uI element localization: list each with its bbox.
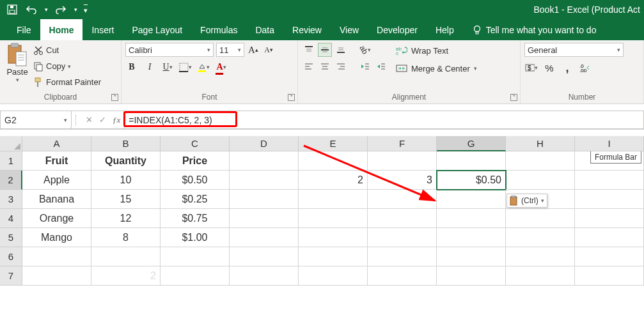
cell-B7[interactable]: 2 — [91, 266, 161, 286]
cell-F3[interactable] — [368, 190, 437, 209]
cell-B4[interactable]: 12 — [91, 209, 161, 228]
decrease-indent-icon[interactable] — [358, 59, 372, 73]
underline-button[interactable]: U▾ — [161, 61, 174, 73]
cell-A6[interactable] — [22, 247, 91, 266]
spreadsheet-grid[interactable]: A B C D E F G H I 1 Fruit Quantity Price… — [0, 136, 644, 286]
cell-E1[interactable] — [299, 151, 368, 171]
cell-H6[interactable] — [506, 247, 575, 266]
row-header-7[interactable]: 7 — [0, 266, 22, 286]
cell-G5[interactable] — [437, 228, 506, 247]
cell-F1[interactable] — [368, 151, 437, 171]
col-header-I[interactable]: I — [575, 136, 644, 151]
cell-B2[interactable]: 10 — [91, 171, 161, 190]
tab-review[interactable]: Review — [283, 19, 331, 40]
align-right-icon[interactable] — [334, 59, 348, 73]
formula-input[interactable]: =INDEX(A1:C5, 2, 3) — [125, 111, 644, 129]
cell-A1[interactable]: Fruit — [22, 151, 91, 171]
font-size-select[interactable]: 11▾ — [216, 43, 244, 57]
cell-E6[interactable] — [299, 247, 368, 266]
cell-E4[interactable] — [299, 209, 368, 228]
cell-C4[interactable]: $0.75 — [161, 209, 230, 228]
fx-icon[interactable]: ƒx — [113, 115, 120, 125]
comma-format-icon[interactable]: , — [560, 61, 574, 75]
align-center-icon[interactable] — [318, 59, 332, 73]
cell-C1[interactable]: Price — [161, 151, 230, 171]
cell-I4[interactable] — [575, 209, 644, 228]
tab-tellme[interactable]: Tell me what you want to do — [463, 19, 606, 40]
cell-F5[interactable] — [368, 228, 437, 247]
cell-A5[interactable]: Mango — [22, 228, 91, 247]
col-header-E[interactable]: E — [299, 136, 368, 151]
font-dialog-launcher[interactable] — [288, 94, 295, 101]
cell-E3[interactable] — [299, 190, 368, 209]
cell-H2[interactable] — [506, 171, 575, 190]
cell-F6[interactable] — [368, 247, 437, 266]
cell-B5[interactable]: 8 — [91, 228, 161, 247]
cell-G1[interactable] — [437, 151, 506, 171]
accounting-format-icon[interactable]: $▾ — [524, 61, 538, 75]
cell-C2[interactable]: $0.50 — [161, 171, 230, 190]
copy-button[interactable]: Copy▾ — [33, 59, 101, 73]
borders-button[interactable]: ▾ — [179, 61, 192, 73]
cell-F4[interactable] — [368, 209, 437, 228]
cell-H5[interactable] — [506, 228, 575, 247]
qat-customize[interactable]: ▾ — [82, 1, 90, 18]
redo-icon[interactable] — [52, 1, 69, 18]
cell-A4[interactable]: Orange — [22, 209, 91, 228]
cell-B1[interactable]: Quantity — [91, 151, 161, 171]
cell-H7[interactable] — [506, 266, 575, 286]
save-icon[interactable] — [4, 1, 20, 18]
row-header-4[interactable]: 4 — [0, 209, 22, 228]
percent-format-icon[interactable]: % — [542, 61, 556, 75]
tab-view[interactable]: View — [331, 19, 368, 40]
tab-developer[interactable]: Developer — [368, 19, 427, 40]
col-header-C[interactable]: C — [161, 136, 230, 151]
cell-I2[interactable] — [575, 171, 644, 190]
col-header-G[interactable]: G — [437, 136, 506, 151]
align-top-icon[interactable] — [302, 43, 316, 57]
alignment-dialog-launcher[interactable] — [510, 94, 517, 101]
col-header-H[interactable]: H — [506, 136, 575, 151]
cell-C7[interactable] — [161, 266, 230, 286]
cell-A3[interactable]: Banana — [22, 190, 91, 209]
cell-G4[interactable] — [437, 209, 506, 228]
cell-F7[interactable] — [368, 266, 437, 286]
cell-H1[interactable] — [506, 151, 575, 171]
col-header-D[interactable]: D — [230, 136, 299, 151]
redo-dropdown[interactable]: ▾ — [72, 1, 79, 18]
align-bottom-icon[interactable] — [334, 43, 348, 57]
select-all-corner[interactable] — [0, 136, 22, 151]
cell-C6[interactable] — [161, 247, 230, 266]
tab-formulas[interactable]: Formulas — [191, 19, 246, 40]
cell-B6[interactable] — [91, 247, 161, 266]
cell-D5[interactable] — [230, 228, 299, 247]
row-header-2[interactable]: 2 — [0, 171, 22, 190]
cell-D7[interactable] — [230, 266, 299, 286]
cell-D3[interactable] — [230, 190, 299, 209]
col-header-A[interactable]: A — [22, 136, 91, 151]
cell-G7[interactable] — [437, 266, 506, 286]
cell-D4[interactable] — [230, 209, 299, 228]
italic-button[interactable]: I — [143, 61, 156, 73]
cell-E5[interactable] — [299, 228, 368, 247]
cell-B3[interactable]: 15 — [91, 190, 161, 209]
wrap-text-button[interactable]: abc Wrap Text — [396, 43, 477, 58]
cell-G2[interactable]: $0.50 — [437, 171, 506, 190]
increase-indent-icon[interactable] — [374, 59, 388, 73]
cell-F2[interactable]: 3 — [368, 171, 437, 190]
cell-A2[interactable]: Apple — [22, 171, 91, 190]
decrease-font-icon[interactable]: A▾ — [262, 43, 275, 56]
align-middle-icon[interactable] — [318, 43, 332, 57]
cell-I5[interactable] — [575, 228, 644, 247]
tab-pagelayout[interactable]: Page Layout — [123, 19, 191, 40]
tab-insert[interactable]: Insert — [82, 19, 123, 40]
tab-file[interactable]: File — [8, 19, 40, 40]
merge-center-button[interactable]: Merge & Center▾ — [396, 61, 477, 76]
row-header-6[interactable]: 6 — [0, 247, 22, 266]
cell-D1[interactable] — [230, 151, 299, 171]
cell-D2[interactable] — [230, 171, 299, 190]
name-box[interactable]: G2▾ — [0, 111, 72, 129]
cell-I7[interactable] — [575, 266, 644, 286]
col-header-F[interactable]: F — [368, 136, 437, 151]
cell-I1[interactable] — [575, 151, 644, 171]
